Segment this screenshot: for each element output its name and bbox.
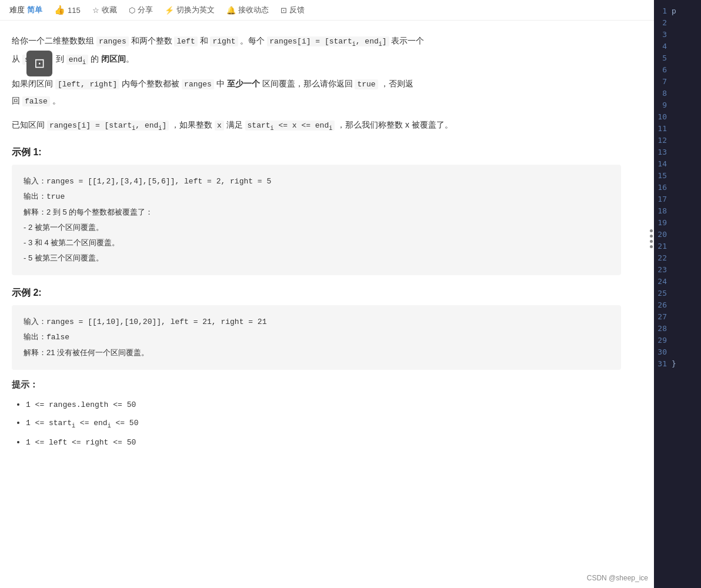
line-number-7: 7 — [654, 77, 672, 86]
collect-item[interactable]: ☆ 收藏 — [92, 5, 117, 15]
line-number-20: 20 — [654, 230, 672, 239]
example2-explain: 解释：21 没有被任何一个区间覆盖。 — [24, 345, 609, 360]
line-number-18: 18 — [654, 206, 672, 215]
line-number-3: 3 — [654, 30, 672, 39]
example1-explain1: - 2 被第一个区间覆盖。 — [24, 220, 609, 235]
hint-list: 1 <= ranges.length <= 50 1 <= starti <= … — [12, 395, 621, 452]
problem-desc-2: 如果闭区间 [left, right] 内每个整数都被 ranges 中 至少一… — [12, 75, 621, 109]
attribution: CSDN @sheep_ice — [587, 574, 648, 582]
example1-box: 输入：ranges = [[1,2],[3,4],[5,6]], left = … — [12, 165, 621, 275]
problem-desc-1: 给你一个二维整数数组 ranges 和两个整数 left 和 right 。每个… — [12, 32, 621, 68]
line-number-28: 28 — [654, 324, 672, 333]
feedback-icon: ⊡ — [281, 6, 287, 15]
line-number-24: 24 — [654, 277, 672, 286]
line-1-code: p — [672, 6, 676, 15]
copy-icon: ⊡ — [34, 56, 45, 71]
hint-item-3-code: 1 <= left <= right <= 50 — [26, 438, 136, 447]
scroll-dot-2 — [650, 235, 653, 238]
like-icon: 👍 — [54, 5, 65, 15]
line-31-code: } — [672, 359, 676, 368]
line-number-30: 30 — [654, 348, 672, 356]
line-number-14: 14 — [654, 159, 672, 168]
share-icon: ⬡ — [129, 6, 135, 15]
line-number-2: 2 — [654, 18, 672, 27]
line-number-25: 25 — [654, 289, 672, 298]
line-number-13: 13 — [654, 148, 672, 156]
collect-label: 收藏 — [102, 5, 117, 15]
scroll-dot-4 — [650, 245, 653, 248]
line-number-27: 27 — [654, 312, 672, 321]
difficulty-item: 难度 简单 — [9, 5, 42, 15]
notify-item[interactable]: 🔔 接收动态 — [226, 5, 269, 15]
line-number-6: 6 — [654, 65, 672, 74]
line-number-17: 17 — [654, 195, 672, 203]
example1-input: 输入：ranges = [[1,2],[3,4],[5,6]], left = … — [24, 174, 609, 189]
line-number-31: 31 — [654, 359, 672, 368]
line-number-4: 4 — [654, 42, 672, 51]
example2-box: 输入：ranges = [[1,10],[10,20]], left = 21,… — [12, 305, 621, 370]
scroll-dot-3 — [650, 240, 653, 243]
line-number-9: 9 — [654, 101, 672, 109]
line-number-12: 12 — [654, 136, 672, 145]
line-number-29: 29 — [654, 336, 672, 345]
notify-label: 接收动态 — [238, 5, 269, 15]
line-number-22: 22 — [654, 253, 672, 262]
switch-label: 切换为英文 — [176, 5, 215, 15]
copy-button[interactable]: ⊡ — [26, 51, 52, 76]
difficulty-value[interactable]: 简单 — [27, 5, 42, 15]
hint-title: 提示： — [12, 379, 621, 390]
difficulty-label: 难度 — [9, 5, 25, 15]
like-item[interactable]: 👍 115 — [54, 5, 81, 15]
problem-desc-3: 已知区间 ranges[i] = [starti, endi] ，如果整数 x … — [12, 116, 621, 135]
line-number-21: 21 — [654, 242, 672, 250]
toolbar: 难度 简单 👍 115 ☆ 收藏 ⬡ 分享 ⚡ 切换为英文 🔔 接收动态 ⊡ 反… — [0, 0, 654, 21]
line-number-5: 5 — [654, 54, 672, 62]
share-label: 分享 — [138, 5, 153, 15]
line-number-10: 10 — [654, 112, 672, 121]
feedback-label: 反馈 — [289, 5, 305, 15]
feedback-item[interactable]: ⊡ 反馈 — [281, 5, 305, 15]
example1-output: 输出：true — [24, 189, 609, 205]
line-number-8: 8 — [654, 89, 672, 98]
switch-item[interactable]: ⚡ 切换为英文 — [165, 5, 215, 15]
hint-section: 提示： 1 <= ranges.length <= 50 1 <= starti… — [12, 379, 621, 452]
line-number-23: 23 — [654, 265, 672, 274]
example1-explain3: - 5 被第三个区间覆盖。 — [24, 250, 609, 266]
line-number-11: 11 — [654, 124, 672, 133]
collect-icon: ☆ — [92, 6, 99, 15]
example2-title: 示例 2: — [12, 287, 621, 299]
line-number-16: 16 — [654, 183, 672, 192]
like-count: 115 — [68, 6, 81, 15]
line-number-19: 19 — [654, 218, 672, 227]
example2-input: 输入：ranges = [[1,10],[10,20]], left = 21,… — [24, 315, 609, 330]
hint-item-1: 1 <= ranges.length <= 50 — [26, 395, 621, 414]
hint-item-1-code: 1 <= ranges.length <= 50 — [26, 400, 136, 409]
example2-output: 输出：false — [24, 330, 609, 345]
hint-item-2: 1 <= starti <= endi <= 50 — [26, 413, 621, 433]
notify-icon: 🔔 — [226, 6, 236, 15]
example1-title: 示例 1: — [12, 146, 621, 159]
line-panel: 1p23456789101112131415161718192021222324… — [654, 0, 701, 588]
line-number-1: 1 — [654, 6, 672, 15]
line-number-15: 15 — [654, 171, 672, 180]
hint-item-2-code: 1 <= starti <= endi <= 50 — [26, 419, 138, 427]
scroll-dots — [650, 229, 653, 248]
line-number-26: 26 — [654, 300, 672, 309]
example1-explain2: - 3 和 4 被第二个区间覆盖。 — [24, 235, 609, 250]
example1-explain-title: 解释：2 到 5 的每个整数都被覆盖了： — [24, 205, 609, 220]
hint-item-3: 1 <= left <= right <= 50 — [26, 433, 621, 452]
switch-icon: ⚡ — [165, 6, 174, 15]
scroll-dot-1 — [650, 229, 653, 232]
share-item[interactable]: ⬡ 分享 — [129, 5, 153, 15]
problem-area: 给你一个二维整数数组 ranges 和两个整数 left 和 right 。每个… — [0, 21, 635, 463]
